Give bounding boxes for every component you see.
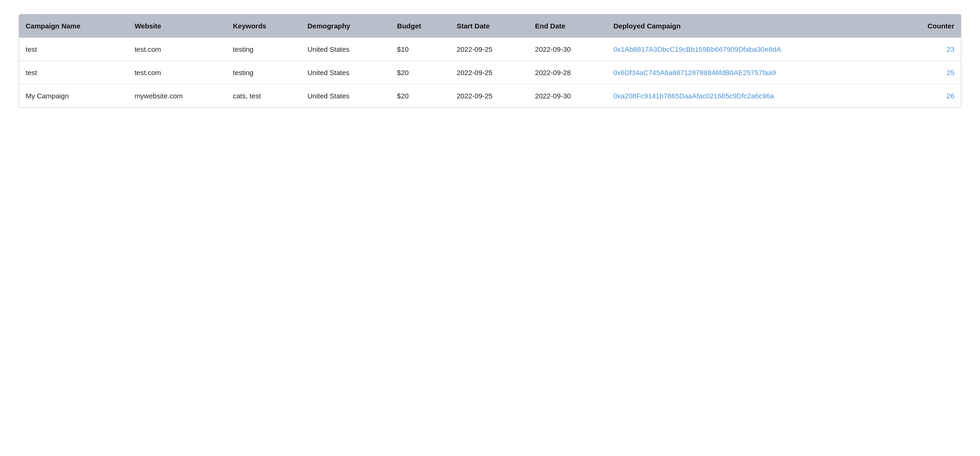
cell-website: mywebsite.com bbox=[128, 84, 227, 108]
table-row: My Campaignmywebsite.comcats, testUnited… bbox=[19, 84, 961, 108]
header-deployed-campaign: Deployed Campaign bbox=[607, 14, 897, 38]
cell-campaign-name: My Campaign bbox=[19, 84, 128, 108]
cell-start-date: 2022-09-25 bbox=[450, 84, 528, 108]
cell-end-date: 2022-09-28 bbox=[529, 61, 607, 84]
cell-keywords: testing bbox=[226, 61, 301, 84]
campaigns-table: Campaign Name Website Keywords Demograph… bbox=[19, 14, 961, 107]
cell-counter: 25 bbox=[897, 61, 961, 84]
table-row: testtest.comtestingUnited States$202022-… bbox=[19, 61, 961, 84]
cell-demography: United States bbox=[301, 38, 391, 61]
header-end-date: End Date bbox=[529, 14, 607, 38]
cell-keywords: cats, test bbox=[226, 84, 301, 108]
table-row: testtest.comtestingUnited States$102022-… bbox=[19, 38, 961, 61]
cell-deployed-campaign[interactable]: 0x1Ab8817A3DbcC19cBb159Bb667909Dfaba30e8… bbox=[607, 38, 897, 61]
cell-keywords: testing bbox=[226, 38, 301, 61]
header-budget: Budget bbox=[391, 14, 450, 38]
header-demography: Demography bbox=[301, 14, 391, 38]
cell-deployed-campaign[interactable]: 0x6Df34aC745A6a687128788846fdB0AE25757fa… bbox=[607, 61, 897, 84]
header-keywords: Keywords bbox=[226, 14, 301, 38]
header-start-date: Start Date bbox=[450, 14, 528, 38]
cell-campaign-name: test bbox=[19, 61, 128, 84]
cell-website: test.com bbox=[128, 38, 227, 61]
header-counter: Counter bbox=[897, 14, 961, 38]
cell-campaign-name: test bbox=[19, 38, 128, 61]
cell-demography: United States bbox=[301, 61, 391, 84]
header-campaign-name: Campaign Name bbox=[19, 14, 128, 38]
campaigns-table-container: Campaign Name Website Keywords Demograph… bbox=[19, 14, 961, 108]
header-website: Website bbox=[128, 14, 227, 38]
cell-counter: 26 bbox=[897, 84, 961, 108]
cell-end-date: 2022-09-30 bbox=[529, 38, 607, 61]
cell-demography: United States bbox=[301, 84, 391, 108]
cell-budget: $10 bbox=[391, 38, 450, 61]
table-body: testtest.comtestingUnited States$102022-… bbox=[19, 38, 961, 108]
table-header: Campaign Name Website Keywords Demograph… bbox=[19, 14, 961, 38]
cell-start-date: 2022-09-25 bbox=[450, 38, 528, 61]
cell-deployed-campaign[interactable]: 0xa208Fc9141b7865DaaAfac021685c9Dfc2a6c9… bbox=[607, 84, 897, 108]
cell-start-date: 2022-09-25 bbox=[450, 61, 528, 84]
cell-counter: 23 bbox=[897, 38, 961, 61]
cell-budget: $20 bbox=[391, 61, 450, 84]
header-row: Campaign Name Website Keywords Demograph… bbox=[19, 14, 961, 38]
cell-end-date: 2022-09-30 bbox=[529, 84, 607, 108]
cell-website: test.com bbox=[128, 61, 227, 84]
cell-budget: $20 bbox=[391, 84, 450, 108]
